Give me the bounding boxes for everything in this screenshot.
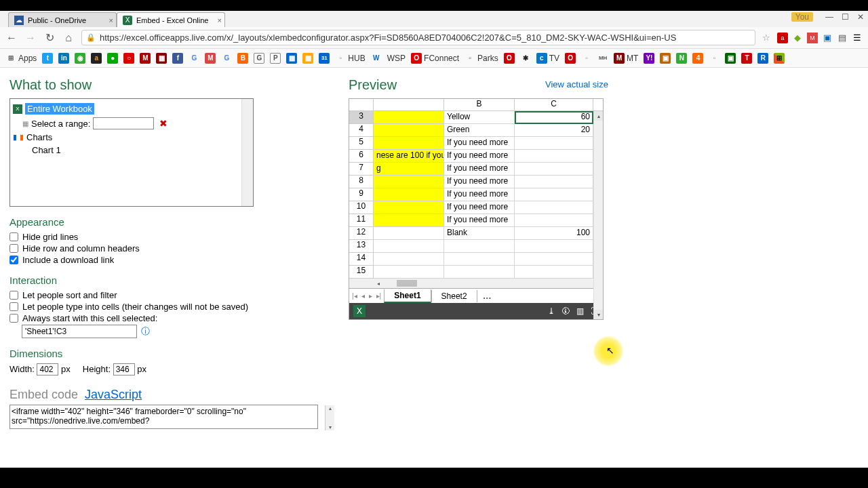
table-row[interactable]: 14 bbox=[349, 253, 603, 266]
checkbox-start-cell[interactable]: Always start with this cell selected: bbox=[9, 313, 335, 323]
table-row[interactable]: 10If you need more bbox=[349, 201, 603, 214]
table-row[interactable]: 12Blank100 bbox=[349, 227, 603, 240]
bookmark-tv[interactable]: cTV bbox=[536, 53, 559, 64]
home-icon[interactable]: ⌂ bbox=[62, 32, 75, 44]
select-all-corner[interactable] bbox=[349, 99, 374, 111]
bookmark-icon[interactable]: W bbox=[371, 53, 382, 64]
cell[interactable] bbox=[515, 266, 593, 279]
cell[interactable] bbox=[515, 188, 593, 201]
clear-icon[interactable]: ✖ bbox=[159, 118, 167, 129]
table-row[interactable]: 9If you need more bbox=[349, 188, 603, 201]
bookmark-fconnect[interactable]: OFConnect bbox=[411, 53, 459, 64]
tab-onedrive[interactable]: ☁ Public - OneDrive × bbox=[8, 12, 117, 27]
bookmark-parks[interactable]: ▫Parks bbox=[465, 53, 498, 64]
bookmark-icon[interactable]: ● bbox=[107, 53, 118, 64]
checkbox-include-download[interactable]: Include a download link bbox=[9, 255, 335, 265]
gmail-icon[interactable]: M bbox=[807, 33, 818, 43]
bookmark-hub[interactable]: ▫HUB bbox=[335, 53, 365, 64]
calendar-icon[interactable]: 31 bbox=[319, 53, 330, 64]
bookmark-icon[interactable]: T bbox=[741, 53, 752, 64]
gmail-icon[interactable]: M bbox=[205, 53, 216, 64]
sheet-tab-2[interactable]: Sheet2 bbox=[431, 290, 477, 302]
bookmark-icon[interactable]: ▦ bbox=[156, 53, 167, 64]
javascript-tab[interactable]: JavaScript bbox=[85, 388, 142, 402]
excel-icon[interactable]: X bbox=[353, 305, 366, 317]
row-header[interactable]: 13 bbox=[349, 240, 374, 253]
cell[interactable] bbox=[374, 176, 444, 188]
bookmark-icon[interactable]: ▣ bbox=[660, 53, 671, 64]
tree-charts[interactable]: ▮▮ Charts bbox=[13, 131, 250, 144]
cell[interactable]: If you need more bbox=[444, 150, 515, 163]
cell[interactable]: 20 bbox=[515, 124, 593, 137]
cell[interactable] bbox=[374, 227, 444, 240]
embed-code-tab[interactable]: Embed code bbox=[9, 388, 78, 402]
cell[interactable]: If you need more bbox=[444, 137, 515, 150]
maximize-icon[interactable]: ☐ bbox=[842, 12, 849, 22]
cell[interactable] bbox=[515, 150, 593, 163]
bookmark-icon[interactable]: 4 bbox=[692, 53, 703, 64]
forward-icon[interactable]: → bbox=[24, 32, 37, 44]
windows-icon[interactable]: ⊞ bbox=[774, 53, 785, 64]
cell[interactable]: Yellow bbox=[444, 111, 515, 124]
row-header[interactable]: 10 bbox=[349, 201, 374, 214]
bookmark-icon[interactable]: ✱ bbox=[520, 53, 531, 64]
row-header[interactable]: 12 bbox=[349, 227, 374, 240]
view-actual-size-link[interactable]: View actual size bbox=[545, 79, 608, 89]
embed-code-textarea[interactable]: <iframe width="402" height="346" framebo… bbox=[9, 405, 318, 429]
checkbox-type-cells[interactable]: Let people type into cells (their change… bbox=[9, 302, 335, 312]
prev-sheet-icon[interactable]: ◂ bbox=[361, 292, 365, 300]
last-sheet-icon[interactable]: ▸| bbox=[376, 292, 382, 300]
next-sheet-icon[interactable]: ▸ bbox=[369, 292, 372, 300]
cell[interactable] bbox=[515, 240, 593, 253]
bookmark-icon[interactable]: ▫ bbox=[709, 53, 719, 64]
cell[interactable] bbox=[374, 111, 444, 124]
bookmark-icon[interactable]: ▦ bbox=[286, 53, 297, 64]
info-icon[interactable]: ⓘ bbox=[141, 325, 150, 338]
blogger-icon[interactable]: B bbox=[237, 53, 248, 64]
info-icon[interactable]: 🛈 bbox=[561, 306, 570, 316]
cell[interactable] bbox=[515, 253, 593, 266]
table-row[interactable]: 11If you need more bbox=[349, 214, 603, 227]
row-header[interactable]: 9 bbox=[349, 188, 374, 201]
row-header[interactable]: 4 bbox=[349, 124, 374, 137]
google-icon[interactable]: G bbox=[221, 53, 232, 64]
cell[interactable] bbox=[515, 137, 593, 150]
apps-button[interactable]: ⊞Apps bbox=[5, 53, 37, 64]
table-row[interactable]: 6nese are 100 if youIf you need more bbox=[349, 150, 603, 163]
tab-excel-embed[interactable]: X Embed - Excel Online × bbox=[117, 12, 225, 27]
bookmark-icon[interactable]: O bbox=[565, 53, 576, 64]
bookmark-icon[interactable]: G bbox=[254, 53, 264, 64]
table-row[interactable]: 8If you need more bbox=[349, 176, 603, 188]
twitter-icon[interactable]: t bbox=[42, 53, 53, 64]
table-row[interactable]: 15 bbox=[349, 266, 603, 279]
cell[interactable] bbox=[444, 266, 515, 279]
close-window-icon[interactable]: ✕ bbox=[857, 12, 864, 22]
bookmark-icon[interactable]: ▦ bbox=[302, 53, 313, 64]
row-header[interactable]: 14 bbox=[349, 253, 374, 266]
cell[interactable] bbox=[374, 201, 444, 214]
table-row[interactable]: 3Yellow60 bbox=[349, 111, 603, 124]
ext-icon[interactable]: ▤ bbox=[837, 33, 848, 43]
amazon-icon[interactable]: a bbox=[91, 53, 102, 64]
cell[interactable] bbox=[515, 214, 593, 227]
bookmark-icon[interactable]: ○ bbox=[123, 53, 134, 64]
back-icon[interactable]: ← bbox=[5, 32, 18, 44]
vertical-scrollbar[interactable]: ▴ ▾ bbox=[593, 111, 603, 319]
bookmark-icon[interactable]: P bbox=[270, 53, 281, 64]
menu-icon[interactable]: ☰ bbox=[852, 33, 863, 43]
linkedin-icon[interactable]: in bbox=[58, 53, 69, 64]
table-row[interactable]: 4Green20 bbox=[349, 124, 603, 137]
table-row[interactable]: 13 bbox=[349, 240, 603, 253]
row-header[interactable]: 15 bbox=[349, 266, 374, 279]
close-icon[interactable]: × bbox=[109, 16, 113, 24]
table-row[interactable]: 7gIf you need more bbox=[349, 163, 603, 176]
bookmark-icon[interactable]: R bbox=[757, 53, 768, 64]
cell[interactable] bbox=[374, 137, 444, 150]
row-header[interactable]: 7 bbox=[349, 163, 374, 176]
cell[interactable] bbox=[515, 201, 593, 214]
cell[interactable]: g bbox=[374, 163, 444, 176]
bookmark-icon[interactable]: ▣ bbox=[725, 53, 736, 64]
what-to-show-tree[interactable]: X Entire Workbook ▦ Select a range: ✖ ▮▮… bbox=[9, 98, 254, 207]
cell[interactable]: If you need more bbox=[444, 163, 515, 176]
tree-select-range[interactable]: ▦ Select a range: ✖ bbox=[22, 116, 250, 131]
